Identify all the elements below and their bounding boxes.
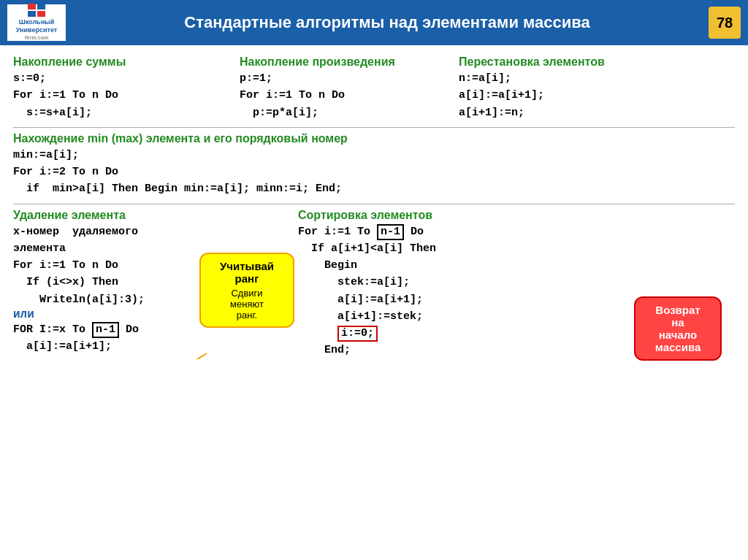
swap-title: Перестановка элементов bbox=[459, 55, 735, 69]
svg-rect-0 bbox=[28, 4, 36, 9]
minmax-code1: min:=a[i]; bbox=[13, 147, 735, 164]
logo-icon bbox=[28, 4, 45, 17]
top-row: Накопление суммы s:=0; For i:=1 To n Do … bbox=[13, 55, 735, 121]
callout-rank-line2: ранг bbox=[208, 272, 286, 285]
swap-section: Перестановка элементов n:=a[i]; a[i]:=a[… bbox=[444, 55, 735, 121]
divider1 bbox=[13, 127, 735, 128]
sort-title: Сортировка элементов bbox=[298, 209, 735, 222]
page-title: Стандартные алгоритмы над элементами мас… bbox=[73, 13, 701, 32]
callout-return-line4: массива bbox=[643, 341, 713, 353]
sum-title: Накопление суммы bbox=[13, 55, 225, 69]
svg-rect-3 bbox=[37, 11, 45, 17]
logo-box: Школьный Университет firrm.com bbox=[7, 4, 66, 41]
divider2 bbox=[13, 204, 735, 204]
callout-return-line2: на bbox=[643, 316, 713, 329]
minmax-section: Нахождение min (max) элемента и его поря… bbox=[13, 132, 735, 198]
minmax-code2: For i:=2 To n Do bbox=[13, 164, 735, 180]
header: Школьный Университет firrm.com Стандартн… bbox=[0, 0, 748, 45]
product-section: Накопление произведения p:=1; For i:=1 T… bbox=[225, 55, 444, 121]
callout-return-line3: начало bbox=[643, 329, 713, 341]
callout-return-line1: Возврат bbox=[643, 304, 713, 316]
callout-rank: Учитывай ранг Сдвиги меняют ранг. bbox=[199, 253, 294, 328]
callout-rank-text: Сдвиги меняют ранг. bbox=[208, 288, 286, 321]
logo: Школьный Университет firrm.com bbox=[16, 4, 57, 42]
page-number: 78 bbox=[709, 7, 741, 39]
minmax-title: Нахождение min (max) элемента и его поря… bbox=[13, 132, 735, 145]
svg-rect-2 bbox=[28, 11, 36, 17]
product-code: p:=1; For i:=1 To n Do p:=p*a[i]; bbox=[240, 70, 444, 121]
minmax-code3: if min>a[i] Then Begin min:=a[i]; minn:=… bbox=[13, 180, 735, 197]
svg-rect-1 bbox=[37, 4, 45, 9]
product-title: Накопление произведения bbox=[240, 55, 444, 69]
main-content: Накопление суммы s:=0; For i:=1 To n Do … bbox=[0, 45, 748, 367]
bottom-row: Удаление элемента x-номер удаляемого эле… bbox=[13, 209, 735, 359]
sum-section: Накопление суммы s:=0; For i:=1 To n Do … bbox=[13, 55, 225, 121]
logo-text: Школьный Университет firrm.com bbox=[16, 18, 57, 42]
delete-title: Удаление элемента bbox=[13, 209, 283, 222]
swap-code: n:=a[i]; a[i]:=a[i+1]; a[i+1]:=n; bbox=[459, 70, 735, 121]
callout-return: Возврат на начало массива bbox=[634, 296, 722, 361]
callout-rank-line1: Учитывай bbox=[208, 260, 286, 272]
sum-code: s:=0; For i:=1 To n Do s:=s+a[i]; bbox=[13, 70, 225, 121]
